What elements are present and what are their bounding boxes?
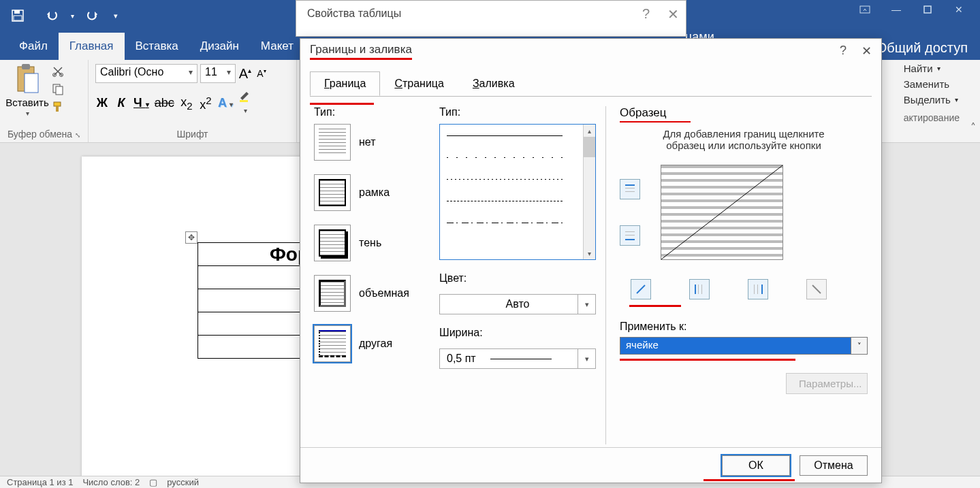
style-dotted-sparse[interactable] — [440, 146, 595, 168]
annotation-line — [620, 359, 795, 361]
chevron-down-icon[interactable]: ˅ — [851, 337, 868, 355]
cut-icon[interactable] — [50, 64, 65, 79]
undo-icon[interactable] — [44, 6, 63, 25]
text-effects-icon[interactable]: A ▾ — [218, 96, 233, 110]
svg-rect-26 — [754, 284, 755, 294]
svg-rect-19 — [625, 235, 635, 235]
strikethrough-button[interactable]: abє — [155, 96, 174, 110]
tab-page-border[interactable]: Страница — [380, 71, 458, 96]
svg-line-22 — [637, 285, 645, 293]
style-dashdot[interactable] — [440, 212, 595, 233]
copy-icon[interactable] — [50, 82, 65, 97]
style-dashed[interactable] — [440, 190, 595, 212]
svg-line-21 — [661, 165, 783, 259]
setting-none[interactable]: нет — [314, 124, 430, 161]
svg-rect-2 — [14, 16, 22, 20]
font-group-label: Шрифт — [95, 127, 289, 141]
ok-button[interactable]: ОК — [722, 455, 790, 476]
chevron-down-icon[interactable]: ▾ — [578, 349, 595, 368]
annotation-line — [629, 305, 681, 307]
share-button[interactable]: Общий доступ — [876, 40, 968, 60]
svg-rect-13 — [56, 106, 59, 112]
tab-insert[interactable]: Вставка — [125, 33, 189, 60]
close-icon[interactable]: ✕ — [667, 6, 679, 22]
dialog-titlebar: Границы и заливка ? ✕ — [300, 39, 881, 63]
scroll-down-icon[interactable]: ▾ — [584, 247, 595, 259]
svg-rect-15 — [625, 184, 635, 186]
dialog-tabs: Граница Страница Заливка — [310, 71, 881, 96]
replace-button[interactable]: Заменить — [904, 78, 960, 90]
color-combo[interactable]: Авто ▾ — [439, 294, 596, 314]
chevron-down-icon[interactable]: ▾ — [578, 295, 595, 314]
status-page[interactable]: Страница 1 из 1 — [7, 477, 73, 487]
setting-custom[interactable]: другая — [314, 325, 430, 362]
tab-home[interactable]: Главная — [59, 33, 125, 60]
underline-button[interactable]: Ч ▾ — [133, 96, 149, 110]
minimize-icon[interactable]: — — [881, 0, 912, 19]
border-left-button[interactable] — [689, 279, 710, 299]
preview-box[interactable] — [661, 165, 783, 260]
superscript-button[interactable]: x2 — [199, 95, 212, 112]
border-diag-up-button[interactable] — [631, 279, 651, 299]
style-listbox[interactable]: ▴ ▾ — [439, 124, 596, 260]
svg-rect-7 — [25, 74, 38, 93]
maximize-icon[interactable] — [912, 0, 943, 19]
ribbon-display-icon[interactable] — [849, 0, 881, 19]
svg-rect-14 — [240, 100, 248, 102]
save-icon[interactable] — [8, 6, 27, 25]
shrink-font-icon[interactable]: A▾ — [255, 68, 268, 79]
table-properties-title: Свойства таблицы — [307, 7, 401, 20]
setting-box[interactable]: рамка — [314, 174, 430, 211]
width-combo[interactable]: 0,5 пт ▾ — [439, 348, 596, 369]
qat-customize-icon[interactable]: ▾ — [106, 6, 125, 25]
collapse-ribbon-icon[interactable]: ˄ — [970, 121, 976, 134]
dialog-help-icon[interactable]: ? — [840, 44, 847, 59]
svg-rect-23 — [695, 284, 696, 294]
setting-3d[interactable]: объемная — [314, 275, 430, 312]
svg-rect-27 — [757, 284, 758, 294]
border-top-button[interactable] — [620, 179, 640, 199]
select-button[interactable]: Выделить ▾ — [904, 94, 960, 105]
tab-border[interactable]: Граница — [310, 71, 380, 96]
tab-file[interactable]: Файл — [8, 33, 59, 60]
setting-shadow[interactable]: тень — [314, 225, 430, 261]
svg-rect-18 — [625, 231, 635, 232]
cancel-button[interactable]: Отмена — [800, 455, 868, 476]
format-painter-icon[interactable] — [50, 99, 65, 114]
italic-button[interactable]: К — [114, 96, 128, 110]
find-button[interactable]: Найти ▾ — [904, 63, 960, 74]
scroll-up-icon[interactable]: ▴ — [584, 125, 595, 137]
tab-layout[interactable]: Макет — [250, 33, 304, 60]
dialog-close-icon[interactable]: ✕ — [862, 44, 872, 59]
tab-shading[interactable]: Заливка — [458, 71, 529, 96]
close-icon[interactable]: ✕ — [943, 0, 975, 19]
style-scrollbar[interactable]: ▴ ▾ — [583, 125, 595, 259]
border-right-button[interactable] — [748, 279, 768, 299]
status-proofing-icon[interactable]: ▢ — [149, 477, 157, 487]
font-name-combo[interactable]: Calibri (Осно — [95, 64, 197, 83]
status-language[interactable]: русский — [167, 477, 199, 487]
grow-font-icon[interactable]: A▴ — [238, 66, 252, 82]
undo-dropdown-icon[interactable]: ▾ — [68, 6, 76, 25]
apply-to-value: ячейке — [620, 337, 851, 355]
apply-to-combo[interactable]: ячейке ˅ — [620, 337, 868, 355]
table-move-handle-icon[interactable]: ✥ — [185, 231, 197, 244]
subscript-button[interactable]: x2 — [180, 95, 193, 112]
paste-button[interactable]: Вставить ▾ — [7, 64, 48, 117]
highlight-icon[interactable]: ▾ — [238, 90, 252, 116]
style-dotted-dense[interactable] — [440, 168, 595, 190]
tab-design[interactable]: Дизайн — [189, 33, 250, 60]
border-bottom-button[interactable] — [620, 225, 640, 246]
help-icon[interactable]: ? — [642, 6, 650, 22]
svg-rect-16 — [625, 188, 635, 189]
redo-icon[interactable] — [82, 6, 101, 25]
border-diag-down-button[interactable] — [806, 279, 827, 299]
dialog-footer: ОК Отмена — [300, 447, 881, 483]
paste-label: Вставить — [5, 97, 49, 108]
bold-button[interactable]: Ж — [95, 96, 109, 110]
font-size-combo[interactable]: 11 — [200, 64, 236, 83]
style-solid[interactable] — [440, 125, 595, 146]
status-words[interactable]: Число слов: 2 — [82, 477, 140, 487]
editing-group-label: актирование — [904, 112, 960, 123]
annotation-line — [704, 479, 795, 481]
